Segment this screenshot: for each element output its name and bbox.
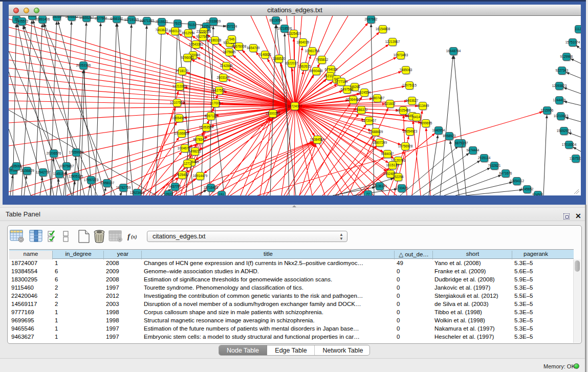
svg-text:12213967: 12213967 bbox=[385, 40, 400, 43]
svg-text:10107553: 10107553 bbox=[170, 101, 185, 104]
svg-text:17957223: 17957223 bbox=[84, 178, 99, 182]
svg-text:9227343: 9227343 bbox=[556, 69, 569, 72]
svg-text:6875: 6875 bbox=[455, 141, 463, 145]
svg-text:7463822: 7463822 bbox=[156, 28, 168, 32]
svg-text:20364436: 20364436 bbox=[346, 98, 361, 101]
svg-text:252254: 252254 bbox=[393, 175, 404, 179]
svg-text:10543382: 10543382 bbox=[189, 42, 204, 46]
svg-text:10975867: 10975867 bbox=[59, 164, 74, 168]
svg-text:10961758: 10961758 bbox=[305, 49, 320, 53]
svg-text:11123: 11123 bbox=[575, 27, 581, 31]
svg-text:7485063: 7485063 bbox=[400, 68, 412, 72]
svg-text:16648784: 16648784 bbox=[446, 49, 461, 53]
svg-text:1362615: 1362615 bbox=[298, 64, 311, 68]
svg-text:8186328: 8186328 bbox=[209, 38, 222, 42]
svg-text:77: 77 bbox=[366, 192, 370, 195]
svg-text:12975115: 12975115 bbox=[402, 83, 417, 87]
svg-text:76151: 76151 bbox=[187, 23, 197, 27]
svg-text:1244419: 1244419 bbox=[553, 98, 566, 102]
svg-text:435061: 435061 bbox=[11, 164, 22, 168]
svg-text:11353594: 11353594 bbox=[199, 125, 213, 129]
svg-text:3242845: 3242845 bbox=[220, 64, 233, 68]
svg-text:9699695: 9699695 bbox=[420, 121, 432, 125]
svg-text:8878342: 8878342 bbox=[193, 138, 206, 141]
svg-text:19654923: 19654923 bbox=[403, 129, 418, 133]
svg-text:16154808: 16154808 bbox=[376, 27, 390, 31]
svg-text:9245652: 9245652 bbox=[521, 187, 534, 191]
svg-text:7886372: 7886372 bbox=[355, 108, 368, 112]
svg-text:14136141: 14136141 bbox=[373, 184, 387, 188]
svg-text:1864039: 1864039 bbox=[297, 40, 310, 44]
svg-text:1527602: 1527602 bbox=[95, 16, 107, 20]
svg-text:15720407: 15720407 bbox=[362, 119, 377, 122]
svg-text:19384554: 19384554 bbox=[310, 138, 325, 141]
svg-text:12213369: 12213369 bbox=[172, 84, 187, 88]
svg-text:8912954: 8912954 bbox=[182, 31, 195, 35]
svg-text:18807249: 18807249 bbox=[373, 141, 387, 144]
svg-text:19756928: 19756928 bbox=[398, 144, 413, 148]
svg-text:10654923: 10654923 bbox=[172, 116, 187, 120]
svg-text:1640954: 1640954 bbox=[432, 128, 445, 132]
svg-text:1615132: 1615132 bbox=[386, 163, 399, 167]
svg-text:2803144: 2803144 bbox=[217, 76, 230, 79]
svg-text:10688609: 10688609 bbox=[368, 130, 383, 134]
svg-text:5498222: 5498222 bbox=[189, 149, 202, 153]
svg-text:8427552: 8427552 bbox=[213, 89, 226, 92]
svg-text:9463627: 9463627 bbox=[406, 99, 419, 102]
svg-text:7632621: 7632621 bbox=[488, 164, 501, 167]
svg-text:6466160: 6466160 bbox=[111, 17, 123, 20]
svg-text:16033809: 16033809 bbox=[206, 19, 221, 23]
svg-text:12905135: 12905135 bbox=[69, 174, 83, 178]
svg-text:7357224: 7357224 bbox=[225, 25, 237, 28]
svg-text:1605532: 1605532 bbox=[66, 16, 78, 18]
svg-text:8471676: 8471676 bbox=[499, 171, 512, 175]
svg-text:8660123: 8660123 bbox=[169, 29, 182, 33]
svg-text:3875685: 3875685 bbox=[223, 50, 236, 54]
svg-text:17016504: 17016504 bbox=[562, 143, 577, 146]
svg-text:23676008: 23676008 bbox=[232, 45, 247, 48]
svg-text:117006: 117006 bbox=[210, 101, 221, 105]
svg-text:1588520: 1588520 bbox=[273, 57, 286, 60]
svg-text:7625402: 7625402 bbox=[176, 173, 189, 177]
svg-text:9457791: 9457791 bbox=[169, 185, 182, 188]
svg-text:7515521: 7515521 bbox=[156, 20, 168, 24]
svg-text:2935114: 2935114 bbox=[478, 156, 491, 160]
svg-text:1145194: 1145194 bbox=[53, 172, 66, 176]
svg-text:621602: 621602 bbox=[384, 102, 396, 105]
svg-text:19166825: 19166825 bbox=[175, 132, 189, 135]
svg-text:9129966: 9129966 bbox=[560, 55, 573, 58]
svg-text:18724007: 18724007 bbox=[288, 104, 302, 108]
svg-text:8990448: 8990448 bbox=[310, 69, 323, 73]
svg-text:16914479: 16914479 bbox=[193, 174, 208, 178]
svg-text:10719185: 10719185 bbox=[124, 18, 139, 21]
svg-text:6497568: 6497568 bbox=[341, 87, 354, 91]
svg-text:8267110: 8267110 bbox=[205, 114, 217, 118]
svg-text:3624554: 3624554 bbox=[358, 91, 371, 94]
svg-text:1167533: 1167533 bbox=[570, 157, 581, 160]
svg-text:20053346: 20053346 bbox=[76, 63, 91, 67]
svg-text:7615: 7615 bbox=[174, 21, 182, 25]
svg-text:11325419: 11325419 bbox=[287, 32, 301, 35]
svg-text:8958923: 8958923 bbox=[443, 134, 456, 138]
svg-text:6794028: 6794028 bbox=[325, 68, 338, 71]
svg-text:16782759: 16782759 bbox=[116, 186, 131, 189]
svg-text:9296063: 9296063 bbox=[181, 56, 194, 59]
svg-text:9146821: 9146821 bbox=[259, 53, 272, 56]
svg-text:20206576: 20206576 bbox=[47, 151, 61, 155]
svg-text:1733426: 1733426 bbox=[396, 186, 408, 190]
svg-text:19218506: 19218506 bbox=[277, 27, 292, 30]
svg-text:3215956: 3215956 bbox=[541, 108, 554, 112]
svg-text:151: 151 bbox=[219, 193, 225, 195]
svg-text:10973493: 10973493 bbox=[394, 53, 408, 57]
svg-text:15716485: 15716485 bbox=[204, 186, 219, 189]
svg-text:8322037: 8322037 bbox=[286, 61, 298, 65]
svg-text:7955812: 7955812 bbox=[316, 58, 329, 61]
svg-text:1405572: 1405572 bbox=[16, 19, 29, 23]
svg-text:9813449: 9813449 bbox=[417, 104, 429, 107]
svg-text:2087682: 2087682 bbox=[365, 17, 378, 21]
svg-text:1271: 1271 bbox=[184, 162, 191, 165]
svg-text:10210643: 10210643 bbox=[554, 114, 569, 118]
svg-text:15751074: 15751074 bbox=[565, 40, 580, 44]
svg-text:8454749: 8454749 bbox=[247, 46, 260, 50]
svg-text:11156829: 11156829 bbox=[20, 169, 34, 172]
